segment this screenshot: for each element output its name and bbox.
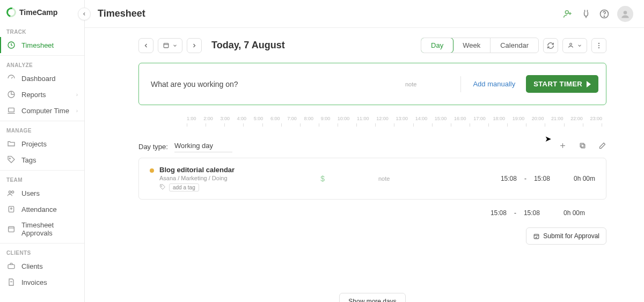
- daytype-value[interactable]: Working day: [174, 141, 232, 152]
- entry-duration[interactable]: 0h 00m: [574, 175, 595, 182]
- folder-icon: [6, 139, 16, 148]
- nav-label: Clients: [21, 262, 78, 270]
- refresh-button[interactable]: [543, 38, 558, 53]
- invite-user-icon[interactable]: [562, 9, 573, 19]
- svg-point-33: [161, 186, 162, 187]
- ruler-hour-label: 2:00: [203, 116, 213, 121]
- nav-projects[interactable]: Projects: [0, 136, 84, 152]
- nav-clients[interactable]: Clients: [0, 258, 84, 274]
- add-tag-button[interactable]: add a tag: [169, 183, 199, 191]
- ruler-hour-label: 21:00: [551, 116, 564, 121]
- ruler-tick: [338, 123, 338, 127]
- calendar-icon: [163, 42, 170, 49]
- ruler-tick: [545, 123, 545, 127]
- calendar-check-icon: [6, 225, 16, 233]
- time-entry[interactable]: Blog editorial calendar Asana / Marketin…: [138, 158, 606, 200]
- ruler-hour-label: 1:00: [187, 116, 196, 121]
- view-calendar[interactable]: Calendar: [491, 38, 538, 53]
- nav-tags[interactable]: Tags: [0, 152, 84, 168]
- project-color-dot: [150, 168, 154, 173]
- nav-reports[interactable]: Reports ›: [0, 86, 84, 102]
- svg-point-7: [12, 191, 14, 193]
- ruler-hour-label: 11:00: [357, 116, 369, 121]
- users-icon: [6, 189, 16, 197]
- totals-row: 15:08 - 15:08 0h 00m: [138, 209, 606, 217]
- add-entry-button[interactable]: [559, 142, 567, 152]
- logo-mark-icon: [5, 6, 18, 19]
- daytype-row: Day type: Working day ➤: [138, 141, 606, 152]
- more-options-button[interactable]: [591, 38, 606, 53]
- nav-label: Timesheet Approvals: [21, 221, 78, 237]
- nav-label: Tags: [21, 156, 78, 164]
- briefcase-icon: [6, 262, 16, 270]
- logo-area: TimeCamp: [0, 0, 84, 23]
- nav-timesheet-approvals[interactable]: Timesheet Approvals: [0, 217, 84, 241]
- submit-approval-button[interactable]: Submit for Approval: [526, 227, 606, 245]
- nav-computer-time[interactable]: Computer Time ›: [0, 102, 84, 119]
- svg-rect-10: [9, 226, 14, 232]
- nav-label: Timesheet: [21, 41, 78, 49]
- brand-logo[interactable]: TimeCamp: [6, 8, 78, 17]
- start-timer-label: START TIMER: [533, 80, 582, 88]
- ruler-tick: [224, 123, 225, 127]
- nav-label: Projects: [21, 140, 78, 148]
- collapse-sidebar-button[interactable]: [78, 8, 91, 20]
- view-day[interactable]: Day: [421, 38, 453, 53]
- tag-icon: [6, 156, 16, 164]
- topbar: Timesheet: [85, 0, 644, 28]
- user-filter-button[interactable]: [562, 38, 587, 53]
- ruler-tick: [602, 123, 602, 127]
- gauge-icon: [6, 74, 16, 83]
- section-header-manage: MANAGE: [0, 121, 84, 136]
- billable-toggle[interactable]: $: [320, 174, 325, 183]
- view-week[interactable]: Week: [453, 38, 491, 53]
- ruler-tick: [583, 123, 583, 127]
- svg-rect-23: [164, 43, 169, 48]
- nav-dashboard[interactable]: Dashboard: [0, 70, 84, 86]
- nav-users[interactable]: Users: [0, 185, 84, 201]
- file-icon: [6, 278, 16, 286]
- edit-button[interactable]: [598, 142, 606, 152]
- brand-name: TimeCamp: [19, 8, 57, 17]
- avatar[interactable]: [617, 6, 633, 22]
- svg-rect-3: [9, 108, 14, 112]
- ruler-hour-label: 16:00: [454, 116, 466, 121]
- add-manually-link[interactable]: Add manually: [473, 80, 515, 88]
- svg-rect-31: [581, 144, 585, 148]
- svg-point-26: [598, 42, 599, 43]
- tag-icon: [159, 184, 166, 191]
- laptop-icon: [6, 106, 16, 115]
- ruler-hour-label: 3:00: [220, 116, 230, 121]
- entry-end-time[interactable]: 15:08: [534, 175, 550, 182]
- nav-timesheet[interactable]: Timesheet: [0, 37, 84, 53]
- chart-icon: [6, 90, 16, 99]
- date-picker-button[interactable]: [158, 38, 182, 53]
- prev-day-button[interactable]: [138, 38, 153, 53]
- entry-note-button[interactable]: note: [378, 175, 390, 182]
- svg-line-1: [11, 77, 13, 78]
- nav-invoices[interactable]: Invoices: [0, 274, 84, 290]
- copy-button[interactable]: [579, 142, 587, 152]
- more-days-row: Show more days: [138, 293, 606, 302]
- help-icon[interactable]: [599, 9, 610, 19]
- nav-attendance[interactable]: Attendance: [0, 201, 84, 217]
- next-day-button[interactable]: [187, 38, 202, 53]
- task-input[interactable]: [151, 80, 400, 89]
- entry-path: Asana / Marketing / Doing: [159, 175, 235, 181]
- clock-icon: [6, 41, 16, 49]
- ruler-hour-label: 5:00: [254, 116, 264, 121]
- entry-title: Blog editorial calendar: [159, 166, 235, 174]
- show-more-days-button[interactable]: Show more days: [339, 293, 405, 302]
- ruler-tick: [243, 123, 244, 127]
- total-start: 15:08: [491, 209, 507, 217]
- note-button[interactable]: note: [405, 81, 416, 87]
- plug-icon[interactable]: [581, 9, 591, 19]
- app: TimeCamp TRACK Timesheet ANALYZE Dashboa…: [0, 0, 644, 302]
- chevron-down-icon: [577, 43, 582, 48]
- ruler-tick: [206, 123, 206, 127]
- ruler-tick: [187, 123, 187, 127]
- start-timer-button[interactable]: START TIMER: [526, 75, 598, 93]
- ruler-hour-label: 4:00: [237, 116, 247, 121]
- cursor-icon: ➤: [545, 134, 552, 144]
- entry-start-time[interactable]: 15:08: [501, 175, 517, 182]
